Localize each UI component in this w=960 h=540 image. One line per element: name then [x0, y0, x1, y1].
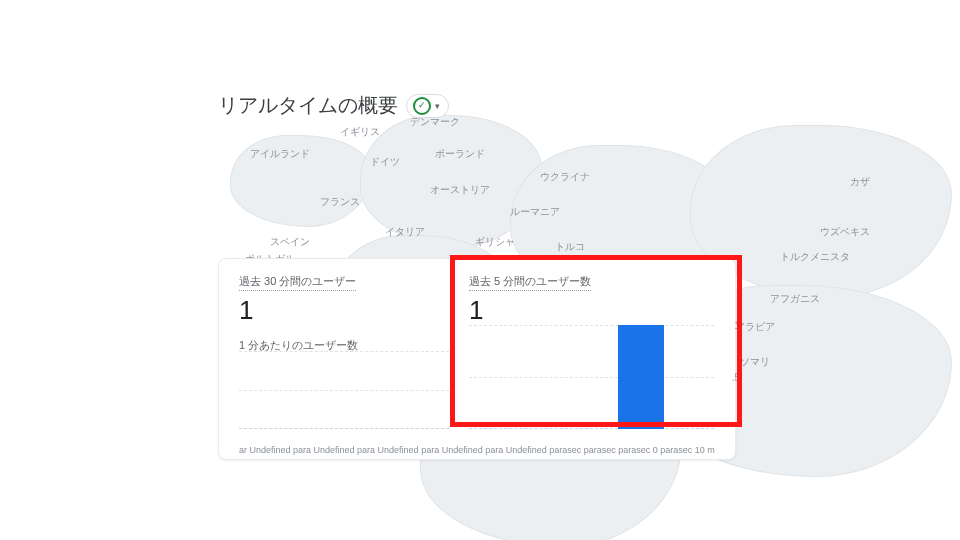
ytick-1: 1 [734, 320, 740, 331]
map-label-spain: スペイン [270, 235, 310, 249]
bar [618, 325, 665, 429]
map-label-austria: オーストリア [430, 183, 490, 197]
map-label-germany: ドイツ [370, 155, 400, 169]
map-label-turkmenistan: トルクメニスタ [780, 250, 850, 264]
users-30min-value: 1 [239, 295, 449, 326]
users-5min-value: 1 [469, 295, 714, 326]
map-label-romania: ルーマニア [510, 205, 560, 219]
users-last-30min-panel: 過去 30 分間のユーザー 1 1 分あたりのユーザー数 [239, 271, 449, 447]
map-label-ukraine: ウクライナ [540, 170, 590, 184]
ytick-05: .5 [732, 372, 740, 383]
map-label-france: フランス [320, 195, 360, 209]
realtime-users-card: 過去 30 分間のユーザー 1 1 分あたりのユーザー数 過去 5 分間のユーザ… [218, 258, 736, 460]
map-label-poland: ポーランド [435, 147, 485, 161]
card-footer-text: ar Undefined para Undefined para Undefin… [239, 445, 715, 459]
map-label-greece: ギリシャ [475, 235, 515, 249]
page-title: リアルタイムの概要 [218, 92, 398, 119]
map-label-somalia: ソマリ [740, 355, 770, 369]
users-30min-label: 過去 30 分間のユーザー [239, 274, 356, 291]
check-circle-icon: ✓ [413, 97, 431, 115]
map-label-afghanistan: アフガニス [770, 292, 820, 306]
map-label-ireland: アイルランド [250, 147, 310, 161]
map-label-uzbekistan: ウズベキス [820, 225, 870, 239]
users-last-5min-panel: 過去 5 分間のユーザー数 1 1 .5 [469, 271, 714, 447]
users-per-minute-chart [239, 351, 449, 429]
map-label-italy: イタリア [385, 225, 425, 239]
chevron-down-icon: ▾ [435, 101, 440, 111]
map-label-kazakhstan: カザ [850, 175, 870, 189]
users-5min-chart: 1 .5 [469, 325, 714, 429]
map-label-turkey: トルコ [555, 240, 585, 254]
page-title-row: リアルタイムの概要 ✓ ▾ [218, 92, 449, 119]
users-5min-label: 過去 5 分間のユーザー数 [469, 274, 591, 291]
status-dropdown[interactable]: ✓ ▾ [406, 94, 449, 118]
map-label-uk: イギリス [340, 125, 380, 139]
